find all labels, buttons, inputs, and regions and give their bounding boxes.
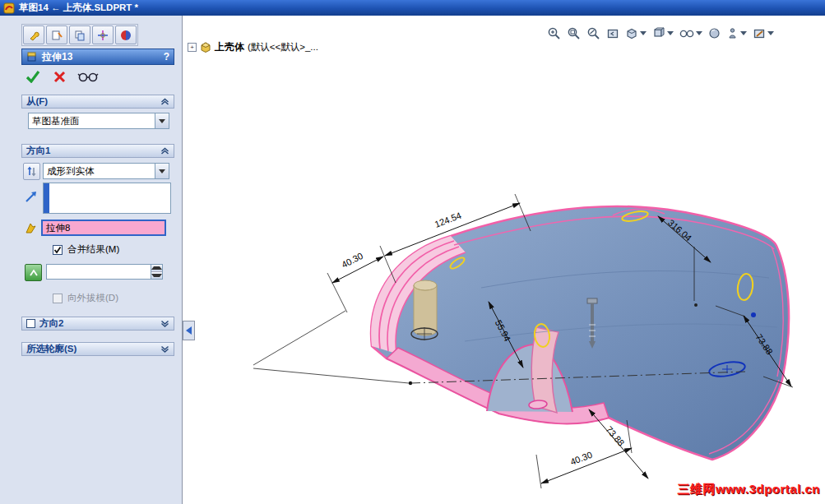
dropdown-arrow-icon[interactable] [740, 31, 747, 35]
propertymanager-tab[interactable] [46, 25, 67, 44]
draft-outward-label: 向外拔模(D) [67, 292, 118, 304]
dropdown-arrow-icon[interactable] [155, 113, 169, 128]
model-scene: 124.54 40.30 316.04 55.94 73.88 [183, 16, 825, 504]
app-icon [3, 2, 15, 14]
appearances-button[interactable] [708, 27, 721, 39]
direction-arrow-icon [23, 189, 39, 205]
sketch-point[interactable] [694, 303, 698, 307]
dropdown-arrow-icon[interactable] [767, 31, 774, 35]
solid-body-field[interactable]: 拉伸8 [41, 220, 166, 236]
dimension[interactable]: 40.30 [332, 251, 383, 283]
page-pencil-icon [51, 30, 63, 41]
view-orientation-button[interactable] [652, 27, 674, 40]
merge-result-checkbox[interactable] [53, 245, 63, 255]
cancel-button[interactable] [49, 68, 69, 85]
zoom-arrow-icon [586, 26, 600, 40]
dropdown-arrow-icon[interactable] [696, 31, 702, 35]
zoom-in-icon [547, 26, 561, 40]
previous-view-button[interactable] [606, 27, 619, 40]
view-cube-icon [652, 27, 665, 40]
cross-icon [53, 71, 66, 83]
graphics-viewport[interactable]: 124.54 40.30 316.04 55.94 73.88 [183, 16, 825, 504]
end-condition-value: 成形到实体 [44, 165, 155, 178]
featuremanager-tab[interactable] [23, 25, 44, 44]
tree-expander-icon[interactable]: + [188, 43, 197, 52]
dimxpertmanager-tab[interactable] [92, 25, 114, 44]
check-icon [25, 70, 40, 83]
show-preview-button[interactable] [76, 68, 100, 85]
preview-glasses-icon [77, 71, 99, 82]
reverse-direction-button[interactable] [23, 163, 40, 180]
dimension-label[interactable]: 40.30 [340, 251, 364, 270]
selection-highlight-strip [44, 183, 49, 213]
from-plane-dropdown[interactable]: 草图基准面 [28, 113, 169, 129]
section-from-label: 从(F) [26, 95, 48, 108]
spinner-control[interactable] [151, 265, 162, 279]
section-direction2[interactable]: 方向2 [21, 317, 174, 331]
direction2-checkbox[interactable] [26, 319, 35, 328]
boss-cylinder[interactable] [411, 280, 438, 340]
reverse-direction-icon [26, 166, 37, 177]
spinner-down-icon[interactable] [151, 271, 162, 279]
dimension-label[interactable]: 73.88 [604, 424, 626, 448]
feature-title: 拉伸13 [42, 50, 72, 64]
draft-icon [29, 268, 39, 278]
draft-outward-row: 向外拔模(D) [53, 292, 118, 304]
face-selection-listbox[interactable] [43, 183, 171, 214]
previous-view-icon [606, 27, 619, 40]
sphere-icon [120, 30, 132, 41]
from-plane-value: 草图基准面 [29, 115, 155, 127]
view-toolbar [547, 26, 774, 40]
face-selection-value [49, 183, 170, 213]
dropdown-arrow-icon[interactable] [667, 31, 674, 35]
pm-actions [23, 68, 100, 85]
section-view-button[interactable] [625, 27, 647, 40]
solid-body-value: 拉伸8 [46, 222, 70, 234]
configurations-icon [74, 30, 86, 41]
section-from[interactable]: 从(F) [21, 95, 174, 109]
section-selected-contours-label: 所选轮廓(S) [26, 343, 76, 355]
section-selected-contours[interactable]: 所选轮廓(S) [21, 342, 174, 356]
scene-lighting-button[interactable] [726, 27, 747, 39]
section-direction1[interactable]: 方向1 [21, 144, 174, 158]
mannequin-icon [726, 27, 739, 39]
section-direction2-label: 方向2 [39, 317, 63, 330]
ok-button[interactable] [23, 68, 43, 85]
check-icon [53, 246, 62, 254]
zoom-to-selection-button[interactable] [586, 26, 600, 40]
feature-header: 拉伸13 ? [21, 49, 174, 65]
scene-settings-button[interactable] [753, 27, 774, 40]
expand-chevron-icon [160, 345, 169, 353]
extrude-feature-icon [26, 51, 38, 62]
dropdown-arrow-icon[interactable] [155, 164, 169, 178]
collapse-chevron-icon [160, 147, 169, 155]
merge-result-row: 合并结果(M) [53, 243, 119, 256]
window-title: 草图14 ← 上壳体.SLDPRT * [19, 2, 138, 14]
spinner-up-icon[interactable] [151, 265, 162, 271]
watermark: 三维网www.3dportal.cn [678, 482, 820, 497]
dimension-label[interactable]: 124.54 [433, 210, 463, 229]
part-icon [200, 42, 211, 53]
zoom-area-button[interactable] [567, 26, 581, 40]
draft-angle-field[interactable] [46, 264, 163, 280]
merge-result-label: 合并结果(M) [67, 243, 119, 256]
configurationmanager-tab[interactable] [69, 25, 90, 44]
sketch-point[interactable] [751, 312, 756, 317]
part-configuration[interactable]: (默认<<默认>_... [248, 41, 318, 53]
end-condition-dropdown[interactable]: 成形到实体 [43, 163, 169, 179]
section-direction1-label: 方向1 [26, 145, 50, 157]
draft-button[interactable] [25, 264, 42, 281]
display-style-button[interactable] [679, 28, 702, 39]
dropdown-arrow-icon[interactable] [640, 31, 647, 35]
zoom-in-button[interactable] [547, 26, 561, 40]
part-name[interactable]: 上壳体 [215, 40, 244, 54]
scene-edit-icon [753, 27, 766, 40]
crosshair-arrows-icon [97, 30, 109, 41]
collapse-arrow-icon [186, 326, 192, 335]
display-style-glasses-icon [679, 28, 694, 39]
panel-collapse-button[interactable] [183, 321, 195, 340]
displaymanager-tab[interactable] [115, 25, 137, 44]
dimension[interactable]: 40.30 [541, 448, 632, 483]
help-button[interactable]: ? [164, 51, 169, 62]
draft-outward-checkbox [53, 294, 63, 303]
